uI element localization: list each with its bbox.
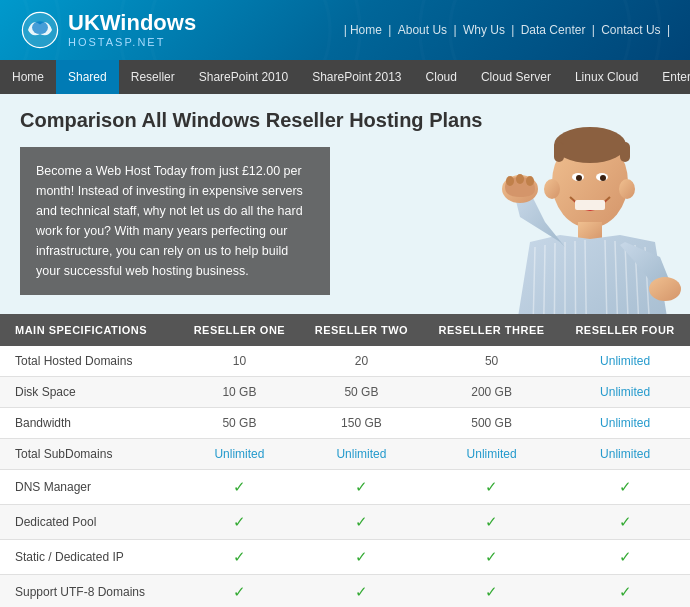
cell-r2-check: ✓ bbox=[300, 540, 423, 575]
checkmark-icon: ✓ bbox=[619, 583, 632, 600]
col-header-r2: RESELLER TWO bbox=[300, 314, 423, 346]
svg-point-1 bbox=[32, 21, 48, 34]
checkmark-icon: ✓ bbox=[485, 513, 498, 530]
svg-point-11 bbox=[544, 179, 560, 199]
logo-icon bbox=[20, 10, 60, 50]
col-header-r1: RESELLER ONE bbox=[179, 314, 300, 346]
table-row: Total SubDomainsUnlimitedUnlimitedUnlimi… bbox=[0, 439, 690, 470]
svg-point-15 bbox=[506, 176, 514, 186]
logo[interactable]: UKWindows HOSTASP.NET bbox=[20, 10, 196, 50]
cell-r4: Unlimited bbox=[560, 346, 690, 377]
nav-item-home[interactable]: Home bbox=[0, 60, 56, 94]
svg-point-0 bbox=[22, 12, 57, 47]
cell-r3-check: ✓ bbox=[423, 470, 560, 505]
checkmark-icon: ✓ bbox=[355, 478, 368, 495]
nav-item-cloudserver[interactable]: Cloud Server bbox=[469, 60, 563, 94]
cell-r4: Unlimited bbox=[560, 377, 690, 408]
svg-rect-10 bbox=[575, 200, 605, 210]
cell-r4-check: ✓ bbox=[560, 540, 690, 575]
hero-body: Become a Web Host Today from just £12.00… bbox=[0, 137, 690, 310]
cell-r4-check: ✓ bbox=[560, 470, 690, 505]
table-row: Support UTF-8 Domains✓✓✓✓ bbox=[0, 575, 690, 608]
svg-point-18 bbox=[649, 277, 681, 301]
svg-point-16 bbox=[516, 174, 524, 184]
spec-label: Disk Space bbox=[0, 377, 179, 408]
cell-r1-check: ✓ bbox=[179, 575, 300, 608]
table-header-row: MAIN SPECIFICATIONS RESELLER ONE RESELLE… bbox=[0, 314, 690, 346]
cell-r1: Unlimited bbox=[179, 439, 300, 470]
table-row: Total Hosted Domains102050Unlimited bbox=[0, 346, 690, 377]
cell-r3-check: ✓ bbox=[423, 505, 560, 540]
nav-item-reseller[interactable]: Reseller bbox=[119, 60, 187, 94]
nav-item-enterprise[interactable]: Enterprise Email bbox=[650, 60, 690, 94]
nav-item-shared[interactable]: Shared bbox=[56, 60, 119, 94]
cell-r3: 500 GB bbox=[423, 408, 560, 439]
nav-item-cloud[interactable]: Cloud bbox=[414, 60, 469, 94]
checkmark-icon: ✓ bbox=[233, 548, 246, 565]
checkmark-icon: ✓ bbox=[355, 548, 368, 565]
cell-r2: Unlimited bbox=[300, 439, 423, 470]
spec-label: Bandwidth bbox=[0, 408, 179, 439]
main-content: Comparison All Windows Reseller Hosting … bbox=[0, 94, 690, 607]
cell-r4-check: ✓ bbox=[560, 505, 690, 540]
col-header-specs: MAIN SPECIFICATIONS bbox=[0, 314, 179, 346]
table-row: Disk Space10 GB50 GB200 GBUnlimited bbox=[0, 377, 690, 408]
svg-rect-4 bbox=[554, 142, 564, 162]
logo-text: UKWindows HOSTASP.NET bbox=[68, 11, 196, 49]
nav-datacenter[interactable]: Data Center bbox=[521, 23, 586, 37]
spec-label: Dedicated Pool bbox=[0, 505, 179, 540]
cell-r3: 200 GB bbox=[423, 377, 560, 408]
spec-label: Support UTF-8 Domains bbox=[0, 575, 179, 608]
checkmark-icon: ✓ bbox=[619, 548, 632, 565]
cell-r3-check: ✓ bbox=[423, 540, 560, 575]
nav-item-sharepoint2010[interactable]: SharePoint 2010 bbox=[187, 60, 300, 94]
main-nav: Home Shared Reseller SharePoint 2010 Sha… bbox=[0, 60, 690, 94]
cell-r2-check: ✓ bbox=[300, 505, 423, 540]
nav-item-linuxcloud[interactable]: Linux Cloud bbox=[563, 60, 650, 94]
svg-point-9 bbox=[600, 175, 606, 181]
checkmark-icon: ✓ bbox=[619, 478, 632, 495]
hero-section: Comparison All Windows Reseller Hosting … bbox=[0, 94, 690, 314]
cell-r3-check: ✓ bbox=[423, 575, 560, 608]
cell-r1-check: ✓ bbox=[179, 505, 300, 540]
cell-r3: Unlimited bbox=[423, 439, 560, 470]
table-row: DNS Manager✓✓✓✓ bbox=[0, 470, 690, 505]
nav-about[interactable]: About Us bbox=[398, 23, 447, 37]
checkmark-icon: ✓ bbox=[233, 513, 246, 530]
hero-description: Become a Web Host Today from just £12.00… bbox=[36, 164, 303, 278]
checkmark-icon: ✓ bbox=[355, 583, 368, 600]
spec-label: DNS Manager bbox=[0, 470, 179, 505]
checkmark-icon: ✓ bbox=[233, 478, 246, 495]
cell-r1: 50 GB bbox=[179, 408, 300, 439]
checkmark-icon: ✓ bbox=[233, 583, 246, 600]
svg-point-8 bbox=[576, 175, 582, 181]
cell-r1-check: ✓ bbox=[179, 540, 300, 575]
cell-r2-check: ✓ bbox=[300, 470, 423, 505]
header-nav: |Home | About Us | Why Us | Data Center … bbox=[344, 23, 670, 37]
cell-r4: Unlimited bbox=[560, 408, 690, 439]
site-header: UKWindows HOSTASP.NET |Home | About Us |… bbox=[0, 0, 690, 60]
nav-home[interactable]: Home bbox=[350, 23, 382, 37]
nav-why[interactable]: Why Us bbox=[463, 23, 505, 37]
cell-r2: 150 GB bbox=[300, 408, 423, 439]
col-header-r4: RESELLER FOUR bbox=[560, 314, 690, 346]
cell-r1: 10 bbox=[179, 346, 300, 377]
spec-label: Total SubDomains bbox=[0, 439, 179, 470]
checkmark-icon: ✓ bbox=[485, 583, 498, 600]
cell-r4-check: ✓ bbox=[560, 575, 690, 608]
nav-item-sharepoint2013[interactable]: SharePoint 2013 bbox=[300, 60, 413, 94]
table-row: Dedicated Pool✓✓✓✓ bbox=[0, 505, 690, 540]
cell-r2-check: ✓ bbox=[300, 575, 423, 608]
svg-rect-5 bbox=[620, 142, 630, 162]
cell-r2: 20 bbox=[300, 346, 423, 377]
cell-r3: 50 bbox=[423, 346, 560, 377]
nav-contact[interactable]: Contact Us bbox=[601, 23, 660, 37]
checkmark-icon: ✓ bbox=[485, 548, 498, 565]
checkmark-icon: ✓ bbox=[619, 513, 632, 530]
svg-point-3 bbox=[554, 127, 626, 163]
comparison-table: MAIN SPECIFICATIONS RESELLER ONE RESELLE… bbox=[0, 314, 690, 607]
cell-r1-check: ✓ bbox=[179, 470, 300, 505]
hero-image bbox=[360, 117, 690, 314]
table-row: Static / Dedicated IP✓✓✓✓ bbox=[0, 540, 690, 575]
cell-r4: Unlimited bbox=[560, 439, 690, 470]
